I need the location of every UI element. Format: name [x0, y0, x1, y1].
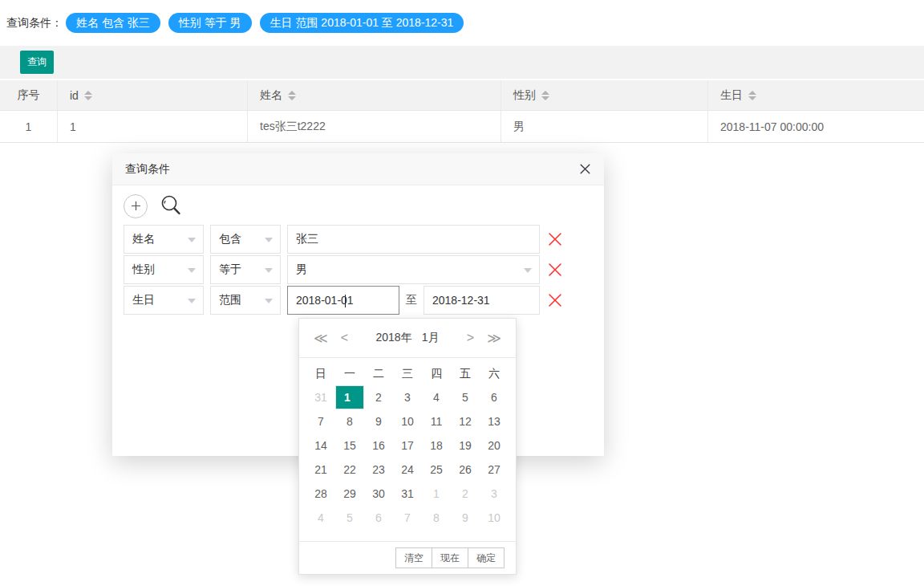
operator-select[interactable]: 范围	[210, 286, 281, 315]
calendar-day[interactable]: 31	[393, 482, 422, 506]
chevron-down-icon	[265, 238, 273, 242]
calendar-day[interactable]: 31	[306, 385, 335, 409]
sort-asc-icon[interactable]	[84, 91, 92, 95]
weekday-label: 日	[306, 363, 335, 384]
calendar-day[interactable]: 7	[306, 409, 335, 433]
calendar-day[interactable]: 5	[451, 385, 480, 409]
column-header[interactable]: id	[58, 80, 248, 110]
field-select[interactable]: 生日	[124, 286, 204, 315]
calendar-day[interactable]: 20	[480, 433, 509, 458]
calendar-day[interactable]: 17	[393, 433, 422, 458]
close-icon[interactable]	[579, 163, 591, 175]
sort-asc-icon[interactable]	[288, 91, 296, 95]
calendar-day[interactable]: 28	[306, 482, 335, 506]
add-filter-button[interactable]	[124, 194, 148, 218]
table-header-row: 序号id姓名性别生日	[0, 80, 924, 111]
field-select[interactable]: 性别	[124, 255, 204, 284]
sort-icon[interactable]	[288, 91, 296, 100]
operator-select[interactable]: 包含	[210, 225, 281, 254]
calendar-day[interactable]: 26	[451, 458, 480, 482]
now-button[interactable]: 现在	[432, 547, 468, 568]
value-select[interactable]: 男	[287, 255, 540, 284]
calendar-day[interactable]: 8	[422, 506, 451, 530]
month-select[interactable]: 1月	[422, 331, 440, 345]
calendar-day[interactable]: 18	[422, 433, 451, 458]
table-body: 11tes张三t2222男2018-11-07 00:00:00	[0, 111, 924, 143]
calendar-day[interactable]: 11	[422, 409, 451, 433]
confirm-button[interactable]: 确定	[468, 547, 505, 568]
operator-select-value: 包含	[219, 232, 241, 246]
column-header[interactable]: 姓名	[248, 80, 501, 110]
sort-desc-icon[interactable]	[84, 96, 92, 100]
column-header[interactable]: 生日	[708, 80, 924, 110]
calendar-day[interactable]: 15	[335, 433, 364, 458]
delete-filter-icon[interactable]	[546, 261, 564, 279]
calendar-day[interactable]: 27	[480, 458, 509, 482]
chevron-down-icon	[188, 268, 196, 273]
sort-desc-icon[interactable]	[748, 96, 756, 100]
query-button[interactable]: 查询	[20, 51, 54, 74]
calendar-day[interactable]: 8	[335, 409, 364, 433]
field-select-value: 生日	[132, 293, 155, 307]
date-picker-header: ≪ < 2018年 1月 > ≫	[299, 319, 516, 358]
next-year-icon[interactable]: ≫	[487, 332, 501, 345]
calendar-day[interactable]: 10	[480, 506, 509, 530]
calendar-day[interactable]: 9	[364, 409, 393, 433]
chevron-down-icon	[265, 299, 273, 303]
clear-button[interactable]: 清空	[395, 547, 432, 568]
calendar-day[interactable]: 19	[451, 433, 480, 458]
calendar-day[interactable]: 6	[364, 506, 393, 530]
app-screen: 查询条件： 姓名 包含 张三性别 等于 男生日 范围 2018-01-01 至 …	[0, 0, 924, 586]
calendar-day[interactable]: 22	[335, 458, 364, 482]
sort-asc-icon[interactable]	[748, 91, 756, 95]
calendar-day[interactable]: 7	[393, 506, 422, 530]
calendar-day[interactable]: 3	[393, 385, 422, 409]
sort-icon[interactable]	[541, 91, 549, 100]
date-end-input[interactable]: 2018-12-31	[424, 286, 540, 315]
value-input[interactable]: 张三	[287, 225, 540, 254]
sort-asc-icon[interactable]	[541, 91, 549, 95]
calendar-day[interactable]: 16	[364, 433, 393, 458]
sort-desc-icon[interactable]	[541, 96, 549, 100]
date-picker-footer: 清空现在确定	[299, 541, 516, 574]
column-label: 序号	[18, 88, 40, 103]
calendar-day[interactable]: 2	[364, 385, 393, 409]
weekday-label: 六	[480, 363, 509, 384]
prev-month-icon[interactable]: <	[341, 332, 348, 344]
calendar-day[interactable]: 12	[451, 409, 480, 433]
calendar-day[interactable]: 30	[364, 482, 393, 506]
field-select-value: 性别	[132, 262, 155, 277]
calendar-day[interactable]: 4	[422, 385, 451, 409]
delete-filter-icon[interactable]	[546, 230, 564, 248]
calendar-day[interactable]: 21	[306, 458, 335, 482]
calendar-day[interactable]: 4	[306, 506, 335, 530]
year-select[interactable]: 2018年	[376, 331, 412, 345]
calendar-day[interactable]: 25	[422, 458, 451, 482]
calendar-day[interactable]: 6	[480, 385, 509, 409]
calendar-day[interactable]: 29	[335, 482, 364, 506]
field-select[interactable]: 姓名	[124, 225, 204, 254]
calendar-day[interactable]: 3	[480, 482, 509, 506]
calendar-day[interactable]: 10	[393, 409, 422, 433]
date-start-input[interactable]: 2018-01-01	[287, 286, 399, 315]
calendar-day[interactable]: 9	[451, 506, 480, 530]
search-button[interactable]	[159, 193, 184, 218]
column-header[interactable]: 性别	[501, 80, 708, 110]
sort-icon[interactable]	[748, 91, 756, 100]
sort-desc-icon[interactable]	[288, 96, 296, 100]
sort-icon[interactable]	[84, 91, 92, 100]
calendar-day[interactable]: 14	[306, 433, 335, 458]
calendar-day[interactable]: 23	[364, 458, 393, 482]
calendar-day[interactable]: 13	[480, 409, 509, 433]
next-month-icon[interactable]: >	[467, 332, 474, 344]
delete-filter-icon[interactable]	[546, 291, 564, 309]
calendar-day[interactable]: 5	[335, 506, 364, 530]
calendar-day[interactable]: 2	[451, 482, 480, 506]
operator-select[interactable]: 等于	[210, 255, 281, 284]
modal-header: 查询条件	[112, 153, 604, 185]
weekday-label: 一	[335, 363, 364, 384]
calendar-day[interactable]: 24	[393, 458, 422, 482]
calendar-day[interactable]: 1	[335, 385, 364, 409]
calendar-day[interactable]: 1	[422, 482, 451, 506]
prev-year-icon[interactable]: ≪	[314, 332, 328, 345]
